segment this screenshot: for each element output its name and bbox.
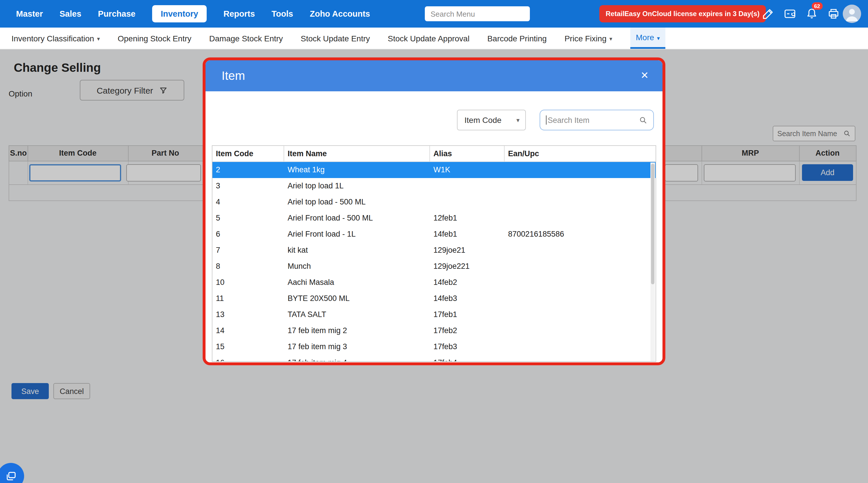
item-name-cell: Ariel Front load - 1L [284, 226, 430, 242]
nav-reports[interactable]: Reports [223, 9, 255, 19]
item-row[interactable]: 15 17 feb item mig 3 17feb3 [212, 339, 656, 355]
subnav-opening-stock-entry[interactable]: Opening Stock Entry [118, 28, 191, 49]
item-code-cell: 10 [212, 274, 284, 291]
item-code-cell: 14 [212, 323, 284, 339]
item-name-cell: Wheat 1kg [284, 162, 430, 178]
subnav-more[interactable]: More▾ [630, 28, 665, 49]
item-name-cell: 17 feb item mig 3 [284, 339, 430, 355]
alias-cell: 129joe21 [430, 242, 505, 259]
item-search-input[interactable]: Search Item [539, 110, 654, 130]
text-cursor [546, 115, 547, 125]
search-by-dropdown[interactable]: Item Code ▾ [457, 110, 526, 130]
nav-sales[interactable]: Sales [60, 9, 82, 19]
item-code-cell: 4 [212, 194, 284, 210]
chevron-down-icon: ▾ [97, 36, 100, 42]
modal-title: Item [222, 60, 245, 91]
item-row[interactable]: 14 17 feb item mig 2 17feb2 [212, 323, 656, 339]
ean-cell [505, 210, 656, 226]
item-code-cell: 7 [212, 242, 284, 259]
item-row[interactable]: 3 Ariel top load 1L [212, 178, 656, 194]
item-name-cell: Ariel top load 1L [284, 178, 430, 194]
item-name-cell: TATA SALT [284, 307, 430, 323]
item-name-cell: kit kat [284, 242, 430, 259]
search-icon [639, 116, 648, 124]
nav-purchase[interactable]: Purchase [98, 9, 135, 19]
ean-cell [505, 291, 656, 307]
subnav-damage-stock-entry[interactable]: Damage Stock Entry [209, 28, 283, 49]
ean-cell [505, 162, 656, 178]
modal-table-scrollbar[interactable] [650, 162, 655, 361]
item-code-cell: 8 [212, 259, 284, 274]
item-row[interactable]: 7 kit kat 129joe21 [212, 242, 656, 259]
menu-search-input[interactable] [425, 6, 530, 21]
alias-cell: 17feb1 [430, 307, 505, 323]
ean-cell [505, 194, 656, 210]
nav-zoho-accounts[interactable]: Zoho Accounts [310, 9, 370, 19]
nav-tools[interactable]: Tools [272, 9, 293, 19]
alias-cell [430, 178, 505, 194]
billing-subscription-icon[interactable] [783, 7, 797, 21]
item-results-table: Item Code Item Name Alias Ean/Upc 2 Whea… [212, 145, 656, 362]
item-row[interactable]: 4 Ariel top load - 500 ML [212, 194, 656, 210]
modal-header: Item ✕ [206, 60, 662, 91]
item-row[interactable]: 5 Ariel Front load - 500 ML 12feb1 [212, 210, 656, 226]
tools-pencil-icon[interactable] [761, 7, 775, 21]
alias-cell: 14feb2 [430, 274, 505, 291]
item-name-cell: Ariel top load - 500 ML [284, 194, 430, 210]
license-alert-banner[interactable]: RetailEasy OnCloud license expires in 3 … [599, 5, 766, 22]
nav-master[interactable]: Master [16, 9, 43, 19]
item-row[interactable]: 10 Aachi Masala 14feb2 [212, 274, 656, 291]
alias-cell [430, 194, 505, 210]
item-name-cell: BYTE 20X500 ML [284, 291, 430, 307]
nav-inventory[interactable]: Inventory [152, 5, 207, 22]
ean-cell [505, 355, 656, 361]
subnav-inventory-classification[interactable]: Inventory Classification▾ [11, 28, 100, 49]
item-table-header: Item Code Item Name Alias Ean/Upc [212, 146, 656, 162]
alias-cell: 12feb1 [430, 210, 505, 226]
ean-cell [505, 339, 656, 355]
item-row[interactable]: 11 BYTE 20X500 ML 14feb3 [212, 291, 656, 307]
alias-cell: 14feb1 [430, 226, 505, 242]
inventory-subnav: Inventory Classification▾ Opening Stock … [0, 28, 868, 50]
subnav-barcode-printing[interactable]: Barcode Printing [487, 28, 547, 49]
item-row[interactable]: 13 TATA SALT 17feb1 [212, 307, 656, 323]
subnav-stock-update-approval[interactable]: Stock Update Approval [388, 28, 470, 49]
item-row-clipped[interactable]: 16 17 feb item mig 4 17feb4 [212, 355, 656, 361]
subnav-price-fixing[interactable]: Price Fixing▾ [565, 28, 612, 49]
item-name-cell: Aachi Masala [284, 274, 430, 291]
item-code-cell: 5 [212, 210, 284, 226]
col-alias: Alias [430, 146, 505, 161]
app-window: Master Sales Purchase Inventory Reports … [0, 0, 868, 483]
item-row[interactable]: 6 Ariel Front load - 1L 14feb1 870021618… [212, 226, 656, 242]
col-ean-upc: Ean/Upc [505, 146, 656, 161]
item-name-cell: 17 feb item mig 4 [284, 355, 430, 361]
close-icon[interactable]: ✕ [641, 60, 649, 91]
ean-cell [505, 259, 656, 274]
subnav-stock-update-entry[interactable]: Stock Update Entry [301, 28, 370, 49]
chevron-down-icon: ▾ [609, 36, 612, 42]
item-name-cell: Munch [284, 259, 430, 274]
alias-cell: 14feb3 [430, 291, 505, 307]
item-code-cell: 13 [212, 307, 284, 323]
chevron-down-icon: ▾ [516, 116, 520, 124]
item-code-cell: 6 [212, 226, 284, 242]
alias-cell: 17feb3 [430, 339, 505, 355]
alias-cell: 17feb2 [430, 323, 505, 339]
item-row-selected[interactable]: 2 Wheat 1kg W1K [212, 162, 656, 178]
item-code-cell: 16 [212, 355, 284, 361]
item-row[interactable]: 8 Munch 129joe221 [212, 259, 656, 274]
ean-cell [505, 307, 656, 323]
ean-cell [505, 323, 656, 339]
item-table-body: 2 Wheat 1kg W1K 3 Ariel top load 1L 4 Ar… [212, 162, 656, 361]
item-picker-modal: Item ✕ Item Code ▾ Search Item Item Code… [206, 60, 662, 362]
item-code-cell: 2 [212, 162, 284, 178]
scrollbar-thumb[interactable] [651, 164, 654, 284]
annotation-highlight-border: Item ✕ Item Code ▾ Search Item Item Code… [203, 57, 665, 365]
item-code-cell: 11 [212, 291, 284, 307]
print-icon[interactable] [827, 7, 840, 21]
notifications-bell-icon[interactable]: 62 [805, 7, 818, 21]
item-code-cell: 15 [212, 339, 284, 355]
ean-cell: 8700216185586 [505, 226, 656, 242]
chevron-down-icon: ▾ [657, 35, 660, 41]
user-avatar[interactable] [843, 5, 861, 23]
